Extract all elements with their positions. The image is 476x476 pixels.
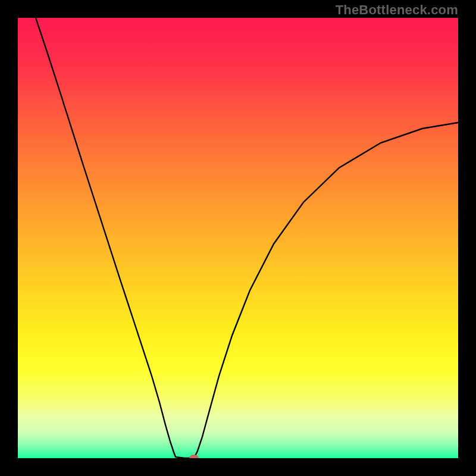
watermark-text: TheBottleneck.com — [336, 2, 458, 18]
chart-svg — [18, 18, 458, 458]
gradient-background — [18, 18, 458, 458]
plot-area — [18, 18, 458, 458]
chart-frame: TheBottleneck.com — [0, 0, 476, 476]
